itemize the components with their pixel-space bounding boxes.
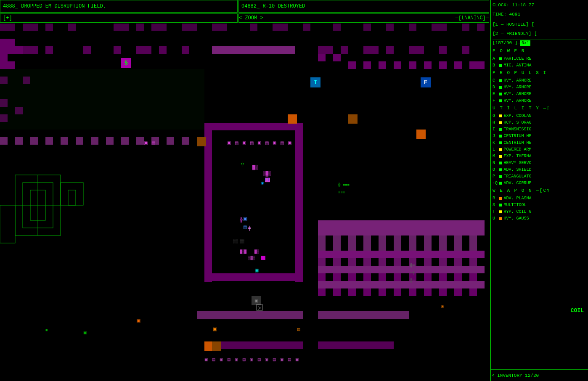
svg-rect-254 <box>356 266 363 273</box>
svg-rect-129 <box>242 311 250 319</box>
svg-rect-88 <box>326 220 333 228</box>
svg-rect-127 <box>227 311 235 319</box>
svg-rect-316 <box>348 114 358 124</box>
svg-rect-307 <box>363 288 371 296</box>
svg-rect-114 <box>76 137 83 145</box>
svg-rect-271 <box>318 273 326 281</box>
svg-rect-302 <box>469 281 477 288</box>
svg-rect-195 <box>333 235 341 243</box>
svg-text:▤: ▤ <box>235 141 238 146</box>
svg-rect-286 <box>348 281 356 288</box>
svg-rect-252 <box>341 266 348 273</box>
svg-rect-9 <box>136 24 144 31</box>
svg-text:▓▒: ▓▒ <box>252 164 258 170</box>
svg-rect-5 <box>45 24 53 31</box>
svg-rect-28 <box>0 39 8 46</box>
svg-rect-76 <box>212 46 220 54</box>
svg-rect-237 <box>477 251 485 258</box>
svg-rect-27 <box>477 24 485 31</box>
svg-rect-260 <box>401 266 409 273</box>
svg-rect-54 <box>318 46 326 54</box>
svg-rect-280 <box>454 273 462 281</box>
svg-rect-47 <box>159 46 167 54</box>
svg-rect-205 <box>318 243 326 251</box>
weapon-item-u: U ■ HVY. GAUSS <box>493 215 586 222</box>
svg-rect-310 <box>409 288 416 296</box>
svg-rect-18 <box>280 24 288 31</box>
svg-rect-222 <box>363 251 371 258</box>
clock-display: CLOCK: 11:18 77 <box>493 2 586 9</box>
svg-rect-63 <box>462 46 469 54</box>
svg-rect-257 <box>379 266 386 273</box>
svg-rect-16 <box>250 24 257 31</box>
utility-item-o: O ■ ADV. SHIELD <box>493 167 586 173</box>
svg-rect-263 <box>424 266 432 273</box>
svg-text:▒▓▒: ▒▓▒ <box>263 171 271 177</box>
left-message: 4888_ DROPPED EM DISRUPTION FIELD. <box>3 3 106 9</box>
svg-rect-110 <box>15 137 23 145</box>
svg-rect-169 <box>371 341 379 349</box>
svg-rect-183 <box>401 228 409 235</box>
svg-rect-194 <box>318 235 326 243</box>
propulsion-item-e: E ■ HVY. ARMORE <box>493 91 586 98</box>
svg-rect-191 <box>462 228 469 235</box>
svg-rect-99 <box>409 220 416 228</box>
svg-rect-144 <box>371 311 379 319</box>
propulsion-header: P R O P U L S I <box>493 69 586 77</box>
svg-rect-184 <box>409 228 416 235</box>
svg-rect-72 <box>439 61 447 69</box>
svg-rect-272 <box>333 273 341 281</box>
svg-rect-211 <box>409 243 416 251</box>
svg-rect-236 <box>469 251 477 258</box>
svg-rect-175 <box>341 228 348 235</box>
svg-rect-275 <box>379 273 386 281</box>
svg-rect-42 <box>45 46 53 54</box>
svg-rect-3 <box>23 24 30 31</box>
svg-rect-172 <box>318 228 326 235</box>
svg-rect-4 <box>30 24 38 31</box>
svg-rect-245 <box>424 258 432 266</box>
svg-rect-156 <box>257 341 265 349</box>
svg-rect-112 <box>45 137 53 145</box>
svg-rect-250 <box>326 266 333 273</box>
svg-text:◉: ◉ <box>261 181 264 185</box>
svg-rect-283 <box>326 281 333 288</box>
svg-rect-35 <box>8 61 15 69</box>
svg-rect-253 <box>348 266 356 273</box>
svg-rect-259 <box>394 266 401 273</box>
svg-rect-44 <box>114 46 121 54</box>
svg-rect-282 <box>318 281 326 288</box>
svg-rect-264 <box>432 266 439 273</box>
svg-rect-37 <box>204 130 212 282</box>
propulsion-item-d: D ■ HVY. ARMORE <box>493 84 586 91</box>
svg-rect-86 <box>288 46 295 54</box>
svg-rect-311 <box>424 288 432 296</box>
svg-rect-102 <box>432 220 439 228</box>
svg-rect-39 <box>204 273 303 281</box>
svg-rect-56 <box>341 46 348 54</box>
svg-rect-147 <box>394 311 401 319</box>
svg-rect-138 <box>326 311 333 319</box>
inventory-bar: < INVENTORY 12/20 <box>490 369 588 381</box>
svg-rect-64 <box>318 54 326 61</box>
svg-rect-146 <box>386 311 394 319</box>
svg-rect-130 <box>250 311 257 319</box>
svg-rect-288 <box>363 281 371 288</box>
svg-rect-214 <box>454 243 462 251</box>
svg-rect-31 <box>8 46 15 54</box>
svg-rect-226 <box>394 251 401 258</box>
svg-text:▣: ▣ <box>254 268 259 273</box>
svg-rect-297 <box>432 281 439 288</box>
svg-text:T: T <box>314 79 317 86</box>
svg-rect-103 <box>439 220 447 228</box>
svg-rect-57 <box>363 46 371 54</box>
svg-rect-84 <box>273 46 280 54</box>
svg-rect-6 <box>68 24 76 31</box>
svg-rect-296 <box>424 281 432 288</box>
svg-text:■: ■ <box>45 328 48 333</box>
svg-rect-85 <box>280 46 288 54</box>
svg-rect-66 <box>348 61 356 69</box>
svg-rect-192 <box>469 228 477 235</box>
svg-text:▣: ▣ <box>144 141 148 146</box>
svg-rect-186 <box>424 228 432 235</box>
